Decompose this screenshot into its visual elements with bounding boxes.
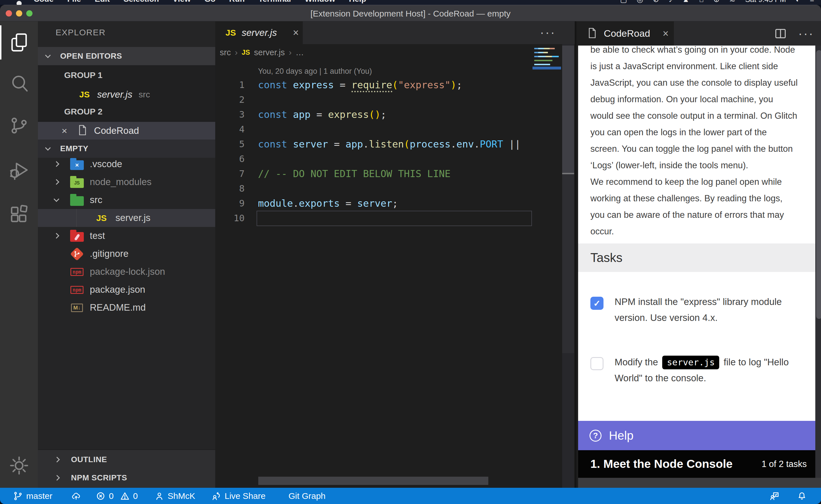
open-editors-header[interactable]: OPEN EDITORS bbox=[38, 47, 215, 65]
menu-status-icon-4[interactable]: ▲ bbox=[682, 0, 690, 4]
breadcrumb[interactable]: src › JS server.js › … bbox=[220, 48, 304, 57]
bell-icon bbox=[797, 491, 807, 501]
line-number: 3 bbox=[215, 107, 245, 122]
code-line-9[interactable]: 9module.exports = server; bbox=[215, 196, 562, 211]
notifications-button[interactable] bbox=[797, 488, 807, 504]
line-number: 9 bbox=[215, 196, 245, 211]
run-debug-activity-icon[interactable] bbox=[0, 153, 38, 187]
menu-clock[interactable]: Sat 9:45 PM bbox=[745, 0, 786, 4]
explorer-activity-icon[interactable] bbox=[0, 25, 38, 60]
tab-server-js[interactable]: JS server.js × bbox=[215, 21, 303, 44]
code-line-10[interactable]: 10 bbox=[215, 211, 562, 226]
outline-section-header[interactable]: OUTLINE bbox=[38, 450, 215, 469]
breadcrumb-src[interactable]: src bbox=[220, 48, 231, 57]
error-icon bbox=[96, 491, 105, 501]
feedback-button[interactable] bbox=[770, 488, 779, 504]
menu-status-icon-5[interactable]: ⌂ bbox=[699, 0, 704, 4]
code-editor[interactable]: 1const express = require("express");23co… bbox=[215, 77, 562, 226]
tree-item-package.json[interactable]: npmpackage.json bbox=[38, 281, 215, 299]
menu-code[interactable]: Code bbox=[34, 0, 54, 4]
tree-item-README.md[interactable]: M↓README.md bbox=[38, 299, 215, 317]
tutorial-text-line: would see the console output in a termin… bbox=[590, 108, 816, 124]
webview-scrollbar[interactable] bbox=[815, 46, 821, 478]
minimap[interactable] bbox=[532, 46, 561, 125]
code-line-2[interactable]: 2 bbox=[215, 92, 562, 107]
scrollbar-track bbox=[562, 174, 574, 353]
line-number: 5 bbox=[215, 137, 245, 151]
open-editor-coderoad[interactable]: × CodeRoad bbox=[38, 122, 215, 140]
markdown-file-icon: M↓ bbox=[68, 302, 86, 314]
menu-file[interactable]: File bbox=[67, 0, 81, 4]
apple-menu-icon[interactable] bbox=[17, 1, 22, 5]
extensions-activity-icon[interactable] bbox=[0, 197, 38, 231]
code-line-1[interactable]: 1const express = require("express"); bbox=[215, 77, 562, 92]
codelens-annotation[interactable]: You, 20 days ago | 1 author (You) bbox=[258, 67, 372, 76]
close-tab-icon[interactable]: × bbox=[663, 28, 669, 40]
editor-vertical-scrollbar[interactable] bbox=[562, 44, 574, 488]
chevron-right-icon bbox=[54, 233, 59, 239]
close-tab-icon[interactable]: × bbox=[293, 27, 299, 39]
menu-status-icon-0[interactable]: ▢ bbox=[620, 0, 627, 4]
account-status[interactable]: ShMcK bbox=[154, 488, 195, 504]
scrollbar-thumb[interactable] bbox=[816, 50, 821, 319]
task-checkbox-checked[interactable]: ✓ bbox=[590, 297, 603, 310]
run-debug-icon bbox=[9, 159, 30, 181]
coderoad-panel: CodeRoad × ··· be able to check what’s g… bbox=[575, 21, 821, 488]
tree-item-src[interactable]: src bbox=[38, 191, 215, 209]
npm-scripts-section-header[interactable]: NPM SCRIPTS bbox=[38, 469, 215, 487]
settings-gear-icon[interactable] bbox=[0, 448, 38, 483]
menu-run[interactable]: Run bbox=[229, 0, 245, 4]
code-line-5[interactable]: 5const server = app.listen(process.env.P… bbox=[215, 137, 562, 151]
breadcrumb-file[interactable]: server.js bbox=[254, 48, 285, 57]
menu-status-icon-3[interactable]: ♪ bbox=[669, 0, 673, 4]
editor-horizontal-scrollbar[interactable] bbox=[258, 477, 488, 485]
code-line-8[interactable]: 8 bbox=[215, 181, 562, 196]
task-text: NPM install the "express" library module bbox=[614, 294, 811, 310]
help-section[interactable]: ? Help bbox=[578, 421, 815, 450]
git-branch-status[interactable]: master bbox=[13, 488, 52, 504]
workbench: EXPLORER OPEN EDITORS GROUP 1 JS server.… bbox=[0, 21, 821, 488]
split-editor-icon[interactable] bbox=[774, 27, 787, 40]
menu-status-icon-7[interactable]: ≋ bbox=[729, 0, 736, 4]
tree-item-package-lock.json[interactable]: npmpackage-lock.json bbox=[38, 263, 215, 281]
node-modules-folder-icon: JS bbox=[68, 177, 86, 188]
scrollbar-thumb[interactable] bbox=[562, 46, 574, 174]
code-line-4[interactable]: 4 bbox=[215, 122, 562, 137]
editor-actions-more-icon[interactable]: ··· bbox=[540, 25, 556, 40]
sync-changes-button[interactable] bbox=[71, 488, 81, 504]
git-graph-button[interactable]: Git Graph bbox=[289, 488, 326, 504]
menu-status-icon-2[interactable]: ⊘ bbox=[653, 0, 659, 4]
tree-item-node_modules[interactable]: JSnode_modules bbox=[38, 173, 215, 191]
menu-help[interactable]: Help bbox=[349, 0, 366, 4]
menu-go[interactable]: Go bbox=[204, 0, 216, 4]
breadcrumb-symbol[interactable]: … bbox=[296, 48, 304, 57]
tree-item-.vscode[interactable]: ✕.vscode bbox=[38, 155, 215, 173]
close-icon[interactable]: × bbox=[62, 126, 67, 136]
tab-coderoad[interactable]: CodeRoad × bbox=[578, 21, 674, 46]
problems-status[interactable]: 0 0 bbox=[96, 488, 138, 504]
live-share-button[interactable]: Live Share bbox=[212, 488, 266, 504]
open-editor-server-js[interactable]: JS server.js src bbox=[38, 86, 215, 103]
tree-item-test[interactable]: test bbox=[38, 227, 215, 245]
search-activity-icon[interactable] bbox=[0, 66, 38, 101]
tasks-section-header: Tasks bbox=[578, 243, 815, 272]
menu-status-trailing-icon-1[interactable]: ≡ bbox=[810, 0, 814, 4]
code-line-6[interactable]: 6 bbox=[215, 151, 562, 166]
menu-status-icon-6[interactable]: ⊕ bbox=[713, 0, 720, 4]
menu-status-icon-1[interactable]: ◎ bbox=[637, 0, 644, 4]
vscode-window: [Extension Development Host] - CodeRoad … bbox=[0, 5, 821, 504]
tree-item-.gitignore[interactable]: .gitignore bbox=[38, 245, 215, 263]
code-line-3[interactable]: 3const app = express(); bbox=[215, 107, 562, 122]
code-line-7[interactable]: 7// -- DO NOT EDIT BELOW THIS LINE bbox=[215, 166, 562, 181]
menu-selection[interactable]: Selection bbox=[123, 0, 159, 4]
menu-view[interactable]: View bbox=[173, 0, 191, 4]
source-control-activity-icon[interactable] bbox=[0, 108, 38, 143]
more-actions-icon[interactable]: ··· bbox=[798, 26, 814, 41]
menu-edit[interactable]: Edit bbox=[95, 0, 110, 4]
menu-window[interactable]: Window bbox=[305, 0, 335, 4]
level-footer[interactable]: 1. Meet the Node Console 1 of 2 tasks bbox=[578, 450, 815, 478]
menu-terminal[interactable]: Terminal bbox=[258, 0, 291, 4]
task-checkbox-unchecked[interactable] bbox=[590, 357, 603, 370]
menu-status-trailing-icon-0[interactable]: ◐ bbox=[796, 0, 800, 4]
tree-item-server.js[interactable]: JSserver.js bbox=[38, 209, 215, 227]
